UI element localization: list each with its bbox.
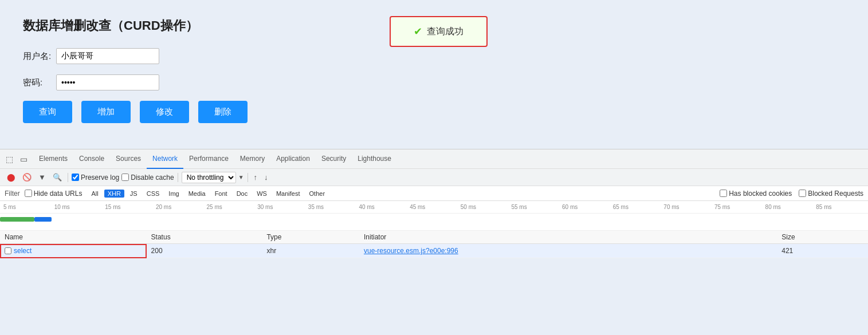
clear-button[interactable]: 🚫 <box>20 172 34 183</box>
timeline-bar-green <box>0 217 34 222</box>
filter-img[interactable]: Img <box>165 190 182 198</box>
tl-3: 20 ms <box>155 204 206 210</box>
tl-14: 75 ms <box>713 204 764 210</box>
filter-xhr[interactable]: XHR <box>104 190 124 198</box>
tab-network[interactable]: Network <box>147 149 183 169</box>
filter-js[interactable]: JS <box>127 190 141 198</box>
add-button[interactable]: 增加 <box>81 101 131 123</box>
filter-toggle-button[interactable]: ▼ <box>36 172 48 183</box>
tl-8: 45 ms <box>409 204 459 210</box>
tab-memory[interactable]: Memory <box>234 149 270 169</box>
col-status: Status <box>147 231 262 244</box>
has-blocked-cookies-checkbox[interactable]: Has blocked cookies <box>720 190 792 198</box>
tl-2: 15 ms <box>104 204 155 210</box>
timeline-bar-blue <box>34 217 52 222</box>
tab-lighthouse[interactable]: Lighthouse <box>352 149 397 169</box>
tl-9: 50 ms <box>459 204 510 210</box>
tab-application[interactable]: Application <box>270 149 316 169</box>
tab-security[interactable]: Security <box>316 149 352 169</box>
timeline-labels: 5 ms 10 ms 15 ms 20 ms 25 ms 30 ms 35 ms… <box>2 204 866 210</box>
table-row[interactable]: select 200 xhr vue-resource.esm.js?e00e:… <box>0 244 868 258</box>
separator-1 <box>68 173 68 182</box>
separator-2 <box>178 173 178 182</box>
success-alert: ✔ 查询成功 <box>390 16 488 47</box>
password-label: 密码: <box>23 77 53 88</box>
blocked-requests-checkbox[interactable]: Blocked Requests <box>799 190 863 198</box>
chevron-down-icon: ▼ <box>238 174 244 180</box>
tl-10: 55 ms <box>510 204 561 210</box>
record-button[interactable]: ⬤ <box>5 172 18 183</box>
search-button[interactable]: 🔍 <box>50 172 64 183</box>
separator-3 <box>248 173 248 182</box>
tl-0: 5 ms <box>2 204 53 210</box>
edit-button[interactable]: 修改 <box>140 101 189 123</box>
devtools-icon-inspect[interactable]: ⬚ <box>2 152 17 166</box>
disable-cache-checkbox[interactable]: Disable cache <box>121 174 174 182</box>
preserve-log-checkbox[interactable]: Preserve log <box>72 174 119 182</box>
password-input[interactable] <box>56 74 159 90</box>
row-checkbox[interactable] <box>5 247 11 254</box>
hide-data-urls-checkbox[interactable]: Hide data URLs <box>25 190 83 198</box>
tab-performance[interactable]: Performance <box>183 149 234 169</box>
filter-other[interactable]: Other <box>306 190 329 198</box>
devtools-panel: ⬚ ▭ Elements Console Sources Network Per… <box>0 149 868 258</box>
tab-sources[interactable]: Sources <box>110 149 147 169</box>
upload-profile-button[interactable]: ↑ <box>252 172 260 183</box>
row-type: xhr <box>262 244 359 258</box>
timeline-labels-row: 5 ms 10 ms 15 ms 20 ms 25 ms 30 ms 35 ms… <box>0 201 868 214</box>
filter-all[interactable]: All <box>88 190 101 198</box>
tab-elements[interactable]: Elements <box>33 149 73 169</box>
filter-manifest[interactable]: Manifest <box>273 190 304 198</box>
row-name-link[interactable]: select <box>14 247 32 255</box>
row-status: 200 <box>147 244 262 258</box>
col-name: Name <box>0 231 147 244</box>
username-label: 用户名: <box>23 51 53 62</box>
filter-doc[interactable]: Doc <box>233 190 252 198</box>
tab-console[interactable]: Console <box>73 149 110 169</box>
tl-7: 40 ms <box>358 204 409 210</box>
tl-16: 85 ms <box>815 204 866 210</box>
throttling-select[interactable]: No throttling <box>182 172 236 183</box>
tl-1: 10 ms <box>53 204 104 210</box>
alert-text: 查询成功 <box>427 26 464 38</box>
devtools-icon-device[interactable]: ▭ <box>17 152 31 166</box>
filter-css[interactable]: CSS <box>143 190 163 198</box>
username-input[interactable] <box>56 48 159 64</box>
filter-font[interactable]: Font <box>211 190 231 198</box>
success-icon: ✔ <box>414 25 422 38</box>
devtools-tab-bar: ⬚ ▭ Elements Console Sources Network Per… <box>0 149 868 169</box>
tl-12: 65 ms <box>612 204 663 210</box>
row-initiator[interactable]: vue-resource.esm.js?e00e:996 <box>359 244 777 258</box>
network-table: Name Status Type Initiator Size select 2… <box>0 231 868 258</box>
col-type: Type <box>262 231 359 244</box>
tl-11: 60 ms <box>561 204 612 210</box>
timeline-bar-area <box>0 214 868 231</box>
col-size: Size <box>777 231 868 244</box>
delete-button[interactable]: 删除 <box>198 101 248 123</box>
filter-label: Filter <box>5 190 20 198</box>
filter-ws[interactable]: WS <box>253 190 270 198</box>
tl-15: 80 ms <box>764 204 815 210</box>
tl-5: 30 ms <box>256 204 307 210</box>
tl-13: 70 ms <box>662 204 713 210</box>
filter-row: Filter Hide data URLs All XHR JS CSS Img… <box>0 186 868 201</box>
devtools-toolbar: ⬤ 🚫 ▼ 🔍 Preserve log Disable cache No th… <box>0 169 868 186</box>
filter-media[interactable]: Media <box>185 190 209 198</box>
row-size: 421 <box>777 244 868 258</box>
query-button[interactable]: 查询 <box>23 101 72 123</box>
row-name-cell[interactable]: select <box>0 244 147 258</box>
download-profile-button[interactable]: ↓ <box>262 172 270 183</box>
tl-6: 35 ms <box>307 204 358 210</box>
tl-4: 25 ms <box>206 204 257 210</box>
col-initiator: Initiator <box>359 231 777 244</box>
